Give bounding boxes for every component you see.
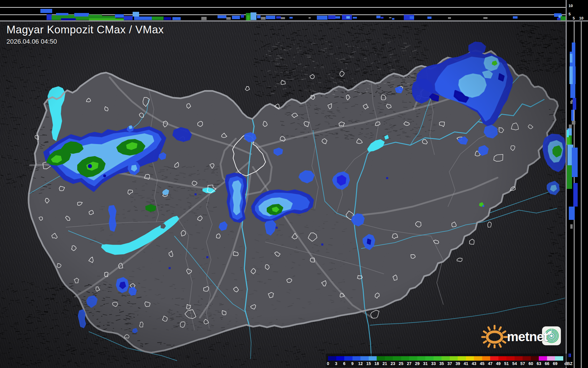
dbz-cell-49 bbox=[498, 356, 507, 361]
dbz-tick-35: 35 bbox=[439, 362, 444, 366]
dbz-tick-18: 18 bbox=[374, 362, 379, 366]
dbz-cell-3 bbox=[336, 356, 345, 361]
radar-screen: Magyar Kompozit CMax / VMax 2026.04.06 0… bbox=[0, 0, 588, 368]
dbz-tick-57: 57 bbox=[521, 362, 525, 366]
dbz-unit-label: dBZ bbox=[564, 362, 572, 366]
dbz-tick-69: 69 bbox=[553, 362, 558, 366]
dbz-cell-9 bbox=[353, 356, 361, 361]
top-axis-tick-10: 10 bbox=[569, 4, 573, 8]
dbz-cell-29 bbox=[417, 356, 426, 361]
dbz-cell-69 bbox=[555, 356, 563, 361]
dbz-cell-35 bbox=[442, 356, 450, 361]
dbz-cell-51 bbox=[506, 356, 515, 361]
dbz-cell-47 bbox=[490, 356, 498, 361]
dbz-cell-54 bbox=[515, 356, 523, 361]
hungary-radar-map bbox=[0, 0, 588, 368]
dbz-tick-33: 33 bbox=[431, 362, 436, 366]
dbz-tick-25: 25 bbox=[399, 362, 403, 366]
dbz-tick-60: 60 bbox=[528, 362, 533, 366]
right-axis-tick-5: 5 bbox=[573, 16, 575, 20]
dbz-cell-15 bbox=[369, 356, 377, 361]
dbz-tick-49: 49 bbox=[496, 362, 501, 366]
dbz-tick-29: 29 bbox=[415, 362, 420, 366]
top-profile-echoes bbox=[0, 0, 566, 20]
dbz-cell-25 bbox=[401, 356, 409, 361]
dbz-cell-45 bbox=[482, 356, 490, 361]
dbz-tick-15: 15 bbox=[366, 362, 371, 366]
vmax-top-profile-strip bbox=[0, 0, 566, 20]
dbz-color-bar bbox=[328, 356, 563, 361]
dbz-tick-66: 66 bbox=[545, 362, 549, 366]
dbz-tick-9: 9 bbox=[351, 362, 354, 366]
dbz-legend: 0369121518212325272931333537394143454749… bbox=[326, 354, 569, 367]
dbz-cell-31 bbox=[425, 356, 434, 361]
vmax-right-profile-strip bbox=[567, 22, 588, 368]
dbz-tick-21: 21 bbox=[383, 362, 387, 366]
dbz-tick-0: 0 bbox=[327, 362, 329, 366]
right-axis-tick-10: 10 bbox=[579, 16, 583, 20]
dbz-tick-3: 3 bbox=[335, 362, 337, 366]
dbz-cell-18 bbox=[377, 356, 385, 361]
dbz-cell-37 bbox=[450, 356, 458, 361]
dbz-tick-41: 41 bbox=[464, 362, 468, 366]
dbz-cell-60 bbox=[531, 356, 539, 361]
dbz-cell-6 bbox=[344, 356, 353, 361]
dbz-tick-37: 37 bbox=[447, 362, 452, 366]
dbz-cell-43 bbox=[474, 356, 482, 361]
dbz-tick-45: 45 bbox=[480, 362, 485, 366]
dbz-cell-41 bbox=[466, 356, 474, 361]
dbz-cell-33 bbox=[434, 356, 442, 361]
dbz-tick-12: 12 bbox=[358, 362, 363, 366]
dbz-tick-51: 51 bbox=[504, 362, 509, 366]
dbz-tick-63: 63 bbox=[537, 362, 541, 366]
dbz-cell-0 bbox=[328, 356, 336, 361]
dbz-cell-57 bbox=[523, 356, 531, 361]
dbz-tick-31: 31 bbox=[423, 362, 428, 366]
metnet-logo-text: metnet bbox=[507, 329, 548, 344]
top-axis-tick-5: 5 bbox=[569, 12, 571, 16]
dbz-tick-47: 47 bbox=[488, 362, 493, 366]
map-area bbox=[0, 22, 566, 368]
timestamp: 2026.04.06 04:50 bbox=[6, 38, 164, 45]
dbz-tick-23: 23 bbox=[391, 362, 395, 366]
header: Magyar Kompozit CMax / VMax 2026.04.06 0… bbox=[6, 24, 164, 45]
profile-separator-horizontal bbox=[0, 20, 588, 22]
dbz-tick-39: 39 bbox=[455, 362, 460, 366]
dbz-tick-54: 54 bbox=[512, 362, 517, 366]
dbz-cell-63 bbox=[539, 356, 547, 361]
dbz-cell-66 bbox=[547, 356, 555, 361]
dbz-cell-39 bbox=[458, 356, 466, 361]
dbz-tick-6: 6 bbox=[343, 362, 345, 366]
profile-separator-vertical bbox=[566, 0, 567, 368]
dbz-cell-27 bbox=[409, 356, 417, 361]
page-title: Magyar Kompozit CMax / VMax bbox=[6, 24, 164, 36]
dbz-cell-12 bbox=[360, 356, 369, 361]
dbz-tick-43: 43 bbox=[472, 362, 477, 366]
dbz-tick-27: 27 bbox=[407, 362, 411, 366]
dbz-cell-23 bbox=[393, 356, 401, 361]
profile-axis-corner: 10 5 5 10 bbox=[567, 0, 588, 20]
right-profile-echoes bbox=[567, 22, 588, 368]
dbz-cell-21 bbox=[385, 356, 393, 361]
metnet-branding: metnet bbox=[481, 324, 564, 348]
